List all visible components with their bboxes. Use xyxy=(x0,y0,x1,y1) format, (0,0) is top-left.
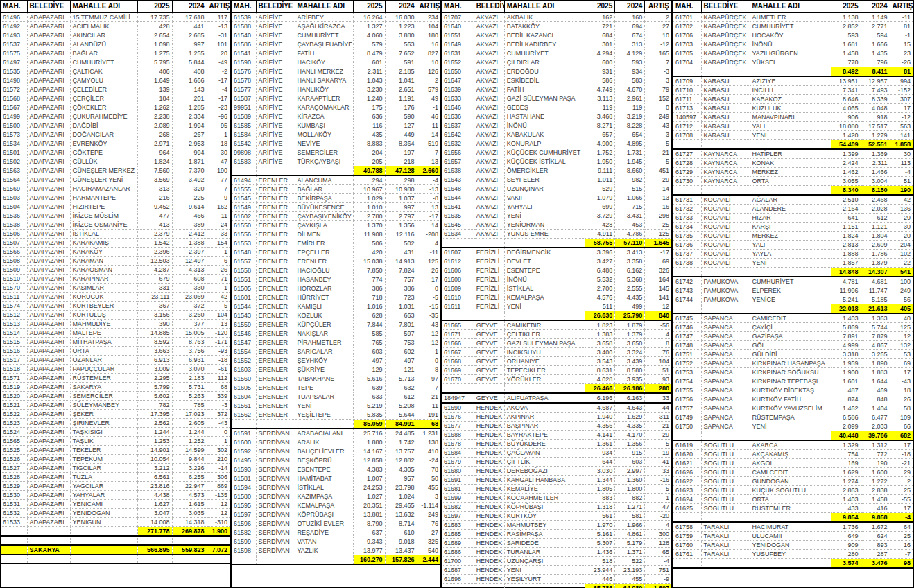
cell-2024[interactable]: 608 xyxy=(172,274,207,283)
cell-change[interactable]: -43 xyxy=(207,418,230,427)
cell-neighborhood[interactable]: KÜÇÜCEK İSTİKLAL xyxy=(504,157,585,166)
cell-change[interactable]: 302 xyxy=(207,445,230,454)
cell-neighborhood[interactable]: ARABACIALANI xyxy=(295,429,353,438)
cell-change[interactable]: 68 xyxy=(207,382,230,391)
column-header-change[interactable]: ARTIŞ xyxy=(417,1,440,12)
cell-2025[interactable]: 216 xyxy=(137,193,172,202)
cell-2024[interactable]: 6.162 xyxy=(615,266,645,275)
cell-code[interactable]: 61752 xyxy=(673,358,701,368)
cell-2024[interactable]: 10.980 xyxy=(385,184,417,193)
cell-code[interactable]: 61515 xyxy=(1,337,27,346)
cell-2025[interactable]: 1.823 xyxy=(585,320,615,330)
cell-code[interactable]: 61657 xyxy=(442,157,474,166)
cell-code[interactable]: 61640 xyxy=(442,21,474,31)
cell-2024[interactable]: 1.879 xyxy=(615,320,645,330)
cell-code[interactable]: 61520 xyxy=(1,391,27,400)
cell-district[interactable]: ARİFİYE xyxy=(256,112,295,121)
cell-2024[interactable]: 590 xyxy=(385,112,417,121)
cell-code[interactable]: 61706 xyxy=(673,31,701,40)
cell-2025[interactable]: 6.586 xyxy=(831,413,861,422)
cell-district[interactable]: SÖĞÜTLÜ xyxy=(701,449,750,458)
cell-2025[interactable]: 639 xyxy=(353,383,385,392)
cell-district[interactable]: ADAPAZARI xyxy=(27,427,70,436)
cell-2025[interactable]: 1.880 xyxy=(353,438,385,447)
cell-code[interactable]: 61737 xyxy=(673,249,701,258)
cell-2025[interactable]: 1.629 xyxy=(831,467,861,476)
cell-code[interactable]: 61649 xyxy=(442,40,474,49)
cell-neighborhood[interactable] xyxy=(295,555,353,564)
cell-change[interactable]: 30 xyxy=(890,222,913,231)
cell-neighborhood[interactable]: EVRENKÖY xyxy=(70,139,137,148)
cell-code[interactable]: 61532 xyxy=(1,508,27,517)
column-header-2025[interactable]: 2025 xyxy=(137,1,172,12)
cell-change[interactable]: 11 xyxy=(207,211,230,220)
cell-code[interactable]: 61747 xyxy=(673,331,701,340)
cell-district[interactable]: AKYAZI xyxy=(474,184,504,193)
cell-change[interactable]: 12 xyxy=(417,338,440,347)
cell-2024[interactable]: 7.824 xyxy=(385,266,417,275)
cell-2025[interactable]: 774 xyxy=(353,275,385,284)
cell-code[interactable] xyxy=(673,512,701,522)
cell-2024[interactable]: 597 xyxy=(385,329,417,338)
cell-district[interactable]: ADAPAZARI xyxy=(27,301,70,310)
cell-neighborhood[interactable]: OZANLAR xyxy=(70,355,137,364)
cell-change[interactable]: -135 xyxy=(207,490,230,499)
cell-district[interactable]: ADAPAZARI xyxy=(27,121,70,130)
cell-district[interactable]: ARİFİYE xyxy=(256,130,295,139)
cell-change[interactable]: 76 xyxy=(417,519,440,528)
cell-change[interactable]: 210 xyxy=(207,454,230,463)
cell-2025[interactable]: 3.427 xyxy=(585,257,615,266)
cell-neighborhood[interactable]: ORHANİYE xyxy=(504,356,585,365)
cell-district[interactable]: HENDEK xyxy=(474,556,504,565)
cell-change[interactable]: 300 xyxy=(645,529,671,538)
cell-code[interactable]: 61539 xyxy=(232,12,256,22)
cell-2024[interactable]: 1.149 xyxy=(861,12,890,22)
cell-district[interactable]: HENDEK xyxy=(474,457,504,466)
cell-neighborhood[interactable]: DİLMEN xyxy=(295,230,353,239)
cell-2024[interactable]: 3.219 xyxy=(615,112,645,121)
cell-code[interactable]: 61494 xyxy=(232,175,256,185)
cell-district[interactable]: ADAPAZARI xyxy=(27,445,70,454)
cell-change[interactable]: 563 xyxy=(890,121,913,130)
cell-2024[interactable]: 23.069 xyxy=(172,292,207,301)
cell-2024[interactable]: 559.823 xyxy=(172,545,207,555)
cell-change[interactable]: 19 xyxy=(645,448,671,457)
cell-2025[interactable]: 331 xyxy=(137,283,172,292)
cell-code[interactable]: 61528 xyxy=(1,472,27,481)
cell-code[interactable]: 61690 xyxy=(442,403,474,413)
cell-2024[interactable]: 17.517 xyxy=(861,121,890,130)
cell-district[interactable]: KOCAALİ xyxy=(701,249,750,258)
cell-2024[interactable]: 12.497 xyxy=(172,256,207,265)
cell-2025[interactable]: 1.399 xyxy=(831,149,861,159)
cell-2025[interactable]: 934 xyxy=(585,448,615,457)
cell-neighborhood[interactable]: ÇAYİÇİ xyxy=(750,322,831,331)
cell-2025[interactable]: 4.294 xyxy=(585,49,615,58)
cell-district[interactable]: SAPANCA xyxy=(701,368,750,377)
cell-code[interactable]: 61495 xyxy=(232,456,256,465)
cell-district[interactable]: KOCAALİ xyxy=(701,222,750,231)
cell-code[interactable]: 61682 xyxy=(442,502,474,511)
cell-2025[interactable]: 1.016 xyxy=(353,302,385,311)
cell-code[interactable]: 61554 xyxy=(232,347,256,356)
cell-2024[interactable]: 785 xyxy=(172,400,207,409)
cell-change[interactable]: 3 xyxy=(645,130,671,139)
cell-neighborhood[interactable]: YENİGÜN xyxy=(70,517,137,526)
cell-district[interactable]: SÖĞÜTLÜ xyxy=(701,476,750,485)
cell-district[interactable] xyxy=(27,536,70,545)
cell-code[interactable]: 99951 xyxy=(232,103,256,112)
cell-2025[interactable]: 679 xyxy=(137,274,172,283)
cell-2024[interactable]: 8.763 xyxy=(172,337,207,346)
cell-code[interactable]: 61755 xyxy=(673,386,701,395)
cell-change[interactable]: 51 xyxy=(890,176,913,185)
cell-district[interactable]: SERDİVAN xyxy=(256,438,295,447)
cell-code[interactable]: 61704 xyxy=(673,58,701,67)
cell-neighborhood[interactable]: YÜKSEL xyxy=(750,58,831,67)
cell-district[interactable]: FERİZLİ xyxy=(474,248,504,257)
cell-change[interactable]: -20 xyxy=(645,511,671,520)
cell-change[interactable]: 51 xyxy=(645,365,671,374)
cell-change[interactable]: 12 xyxy=(207,499,230,508)
cell-code[interactable]: 61732 xyxy=(673,204,701,213)
cell-district[interactable]: SERDİVAN xyxy=(256,519,295,528)
cell-code[interactable]: 61546 xyxy=(232,329,256,338)
cell-2024[interactable]: 994 xyxy=(172,148,207,157)
